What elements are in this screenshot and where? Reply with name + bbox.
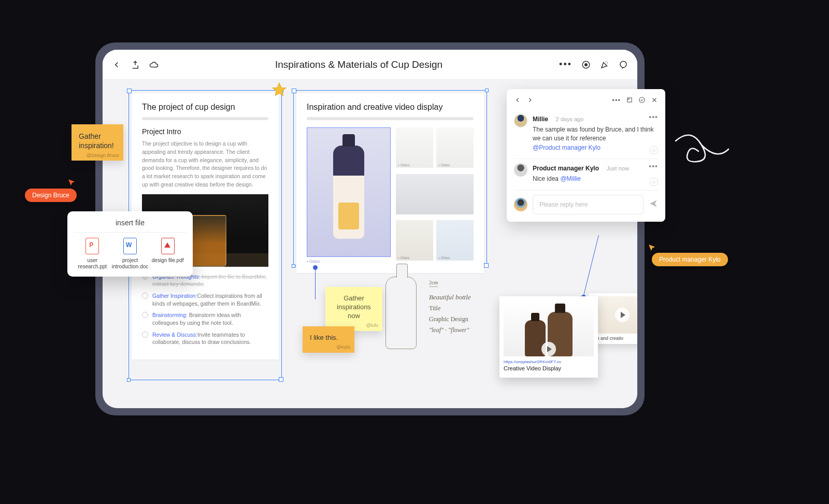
cursor-tag: Product manager Kylo [652,253,728,266]
record-icon[interactable] [581,60,591,69]
card1-title: The project of cup design [142,103,268,112]
nav-forward-icon[interactable] [526,96,534,104]
video-card[interactable]: https://unsplashurGRKm0FT.co Creative Vi… [499,296,598,378]
back-icon[interactable] [112,60,121,69]
file-option-doc[interactable]: project introduction.doc [111,238,149,269]
party-icon[interactable] [600,60,609,69]
card2-title: Inspiration and creative video display [307,103,474,112]
popup-title: insert file [74,219,187,227]
main-product-image[interactable] [307,127,391,257]
chat-icon[interactable] [619,60,628,69]
checklist: Organize Thoughts: Import the file to Bo… [142,273,268,347]
pdf-icon [161,238,175,254]
sketch-line: Beautiful bottle [429,293,471,301]
comment-text: The sample was found by Bruce, and I thi… [533,125,658,152]
video-url: https://unsplashurGRKm0FT.co [504,359,594,364]
sketch-line: Title [429,305,471,312]
send-icon[interactable] [649,199,658,210]
close-icon[interactable] [651,96,658,104]
checklist-item[interactable]: Review & Discuss:Invite teammates to col… [142,331,268,346]
popout-icon[interactable] [626,96,633,104]
gallery: • Glass • Glass • Glass • Glass • Glass [307,127,474,264]
gallery-thumb[interactable] [396,174,474,214]
comment-item: Product manager Kylo Just now Nice idea … [514,159,658,190]
check-circle-icon[interactable] [142,293,148,299]
comment-item: Millie 2 days ago The sample was found b… [514,110,658,159]
svg-marker-3 [273,83,286,96]
file-option-pdf[interactable]: design file.pdf [149,238,187,269]
star-icon [271,82,287,97]
check-circle-icon[interactable] [142,332,148,338]
avatar [514,198,527,211]
sketch-dim: 2cm [429,280,438,287]
cursor-pointer-icon [67,178,77,190]
cursor-tag: Design Bruce [25,189,77,202]
avatar [514,163,527,177]
check-circle-icon[interactable] [142,312,148,318]
comment-time: 2 days ago [555,116,583,122]
gallery-thumb[interactable]: • Glass [396,220,433,261]
sticky-text: Gather inspirations now [337,294,371,320]
connector-line [583,235,599,297]
video-thumb [592,296,637,334]
sticky-text: I like this. [310,334,338,341]
comment-user: Millie [533,116,548,123]
sticky-sig: @Kylo [336,344,350,351]
export-icon[interactable] [131,60,140,69]
emoji-react-icon[interactable]: ☺ [650,146,658,154]
page-title: Inspirations & Materials of Cup Design [159,59,559,70]
bottle-sketch [385,277,417,349]
svg-point-1 [585,63,588,66]
gallery-thumb[interactable]: • Glass [396,127,433,168]
play-icon[interactable] [615,308,630,322]
reply-input[interactable] [533,195,644,214]
reply-row [514,195,658,214]
svg-point-5 [639,97,645,103]
comment-more-icon[interactable]: ••• [649,113,658,121]
file-option-ppt[interactable]: user research.ppt [74,238,111,269]
sticky-sig: @Design Bruce [87,153,119,159]
comment-more-icon[interactable]: ••• [649,162,658,170]
more-icon[interactable]: ••• [612,96,621,104]
resolve-icon[interactable] [638,96,646,104]
spiral-doodle [670,131,733,172]
sticky-note[interactable]: Gather inspiration! @Design Bruce [72,124,123,161]
doc-icon [123,238,137,254]
sticky-note[interactable]: I like this. @Kylo [303,326,354,353]
card1-body: The project objective is to design a cup… [142,140,268,189]
sticky-text: Gather inspiration! [79,132,114,150]
divider [142,117,268,120]
sketch-area[interactable]: 2cm Beautiful bottle Title Graphic Desig… [385,277,471,349]
comment-time: Just now [606,165,628,171]
comment-user: Product manager Kylo [533,165,599,172]
ppt-icon [85,238,99,254]
sketch-line: Graphic Design [429,315,471,323]
nav-back-icon[interactable] [514,96,521,104]
checklist-item[interactable]: Brainstorming: Brainstorm ideas with col… [142,311,268,326]
more-icon[interactable]: ••• [559,60,572,69]
svg-rect-4 [627,98,632,102]
topbar: Inspirations & Materials of Cup Design •… [103,50,637,80]
emoji-react-icon[interactable]: ☺ [650,178,658,186]
card1-subtitle: Project Intro [142,127,268,136]
comment-text: Nice idea @Millie [533,175,658,183]
comments-panel[interactable]: ••• Millie 2 days ago The sample was fou… [507,89,665,222]
img-caption: • Glass [307,259,391,264]
avatar [514,114,527,127]
gallery-thumb[interactable]: • Glass [436,127,474,168]
gallery-thumb[interactable]: • Glass [436,220,474,261]
play-icon[interactable] [541,342,556,356]
insert-file-popup[interactable]: insert file user research.ppt project in… [67,211,193,277]
video-title: Creative Video Display [504,365,594,371]
video-caption: tion and creativ [592,336,637,341]
connector-line [315,267,316,299]
sticky-sig: @lulu [366,323,378,329]
svg-point-2 [620,61,626,67]
video-thumb [504,300,594,356]
cloud-icon[interactable] [149,60,159,69]
sketch-line: "leaf" · "flower" [429,326,471,334]
card-inspiration[interactable]: Inspiration and creative video display •… [296,93,484,273]
checklist-item[interactable]: Gather Inspiration:Collect inspirations … [142,292,268,307]
divider [307,117,474,120]
sticky-note[interactable]: Gather inspirations now @lulu [325,287,382,331]
